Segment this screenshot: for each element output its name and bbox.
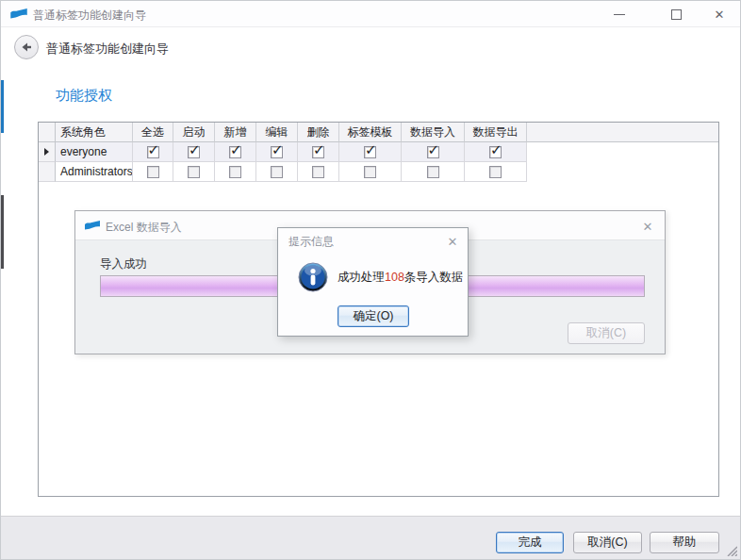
checkbox-select-all[interactable] [147,146,159,158]
table-row[interactable]: Administrators [39,162,718,182]
column-header[interactable]: 系统角色 [56,123,133,142]
left-edge-artifact-dark [1,195,4,269]
help-button[interactable]: 帮助 [650,532,719,553]
checkbox-label-template[interactable] [364,166,376,178]
title-bar: 普通标签功能创建向导 ✕ [1,1,741,27]
checkbox-data-import[interactable] [427,166,439,178]
column-header[interactable]: 启动 [173,123,215,142]
checkbox-label-template[interactable] [364,146,376,158]
table-row[interactable]: everyone [39,142,718,162]
app-logo-icon [85,220,100,232]
close-icon[interactable]: ✕ [700,1,738,27]
page-title: 普通标签功能创建向导 [46,41,169,58]
info-icon [298,262,328,292]
close-icon[interactable]: ✕ [636,215,659,238]
header-indicator-cell [39,123,56,142]
checkbox-data-export[interactable] [489,166,502,178]
checkbox-add[interactable] [229,166,241,178]
ok-button[interactable]: 确定(O) [338,305,409,327]
checkbox-add[interactable] [229,146,241,158]
cancel-button[interactable]: 取消(C) [568,322,645,344]
header-filler-cell [527,123,718,142]
column-header[interactable]: 新增 [215,123,256,142]
app-logo-icon [10,8,27,21]
dialog-title: Excel 数据导入 [106,220,182,236]
close-icon[interactable]: ✕ [441,230,464,253]
column-header[interactable]: 标签模板 [339,123,402,142]
checkbox-delete[interactable] [312,146,324,158]
message-text: 成功处理108条导入数据 [338,262,463,292]
column-header[interactable]: 删除 [298,123,339,142]
back-arrow-icon [20,41,33,54]
left-edge-artifact-blue [1,80,4,133]
message-box: 提示信息 ✕ 成功处理108条导入数据 确定(O) [277,227,469,337]
maximize-icon[interactable] [657,1,695,27]
cancel-button[interactable]: 取消(C) [573,532,642,553]
checkbox-edit[interactable] [271,146,283,158]
back-button[interactable] [14,35,39,59]
wizard-window: 普通标签功能创建向导 ✕ 普通标签功能创建向导 功能授权 系统角色 全选 启动 … [0,0,741,560]
checkbox-start[interactable] [188,166,200,178]
table-header-row: 系统角色 全选 启动 新增 编辑 删除 标签模板 数据导入 数据导出 [39,123,718,142]
footer-bar: 完成 取消(C) 帮助 [1,516,741,560]
checkbox-select-all[interactable] [147,166,159,178]
current-row-indicator [39,142,56,162]
checkbox-start[interactable] [188,146,200,158]
minimize-icon[interactable] [601,1,638,27]
column-header[interactable]: 数据导出 [465,123,527,142]
import-status-label: 导入成功 [100,256,147,272]
record-count: 108 [385,271,404,284]
checkbox-edit[interactable] [271,166,283,178]
section-heading: 功能授权 [56,87,112,105]
checkbox-data-export[interactable] [489,146,502,158]
column-header[interactable]: 编辑 [256,123,298,142]
checkbox-data-import[interactable] [427,146,439,158]
finish-button[interactable]: 完成 [496,532,564,553]
role-cell[interactable]: everyone [56,142,133,162]
checkbox-delete[interactable] [312,166,324,178]
resize-grip[interactable] [725,544,737,556]
message-box-title: 提示信息 [288,234,334,250]
window-title: 普通标签功能创建向导 [33,8,146,24]
role-cell[interactable]: Administrators [56,162,133,182]
column-header[interactable]: 全选 [133,123,173,142]
column-header[interactable]: 数据导入 [402,123,465,142]
